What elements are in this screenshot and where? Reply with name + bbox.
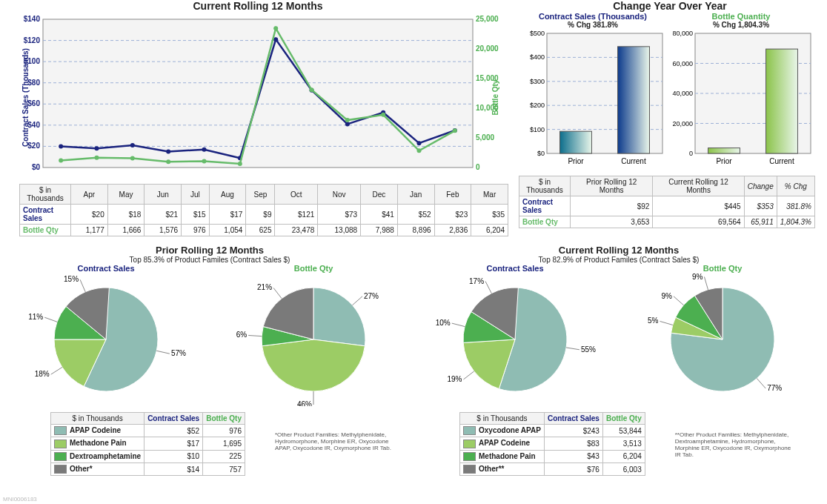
svg-text:0: 0	[689, 150, 693, 157]
svg-line-97	[757, 379, 765, 389]
current-bottle-pie-title: Bottle Qty	[622, 264, 823, 273]
current-footnote: **Other Product Families: Methylphenidat…	[675, 431, 794, 476]
yoy-bottle-chart: 020,00040,00060,00080,000PriorCurrent	[667, 29, 815, 170]
prior-sub: Top 85.3% of Product Familes (Contract S…	[6, 256, 414, 264]
current-panel: Current Rolling 12 Months Top 82.9% of P…	[415, 245, 823, 476]
svg-text:Prior: Prior	[568, 157, 584, 165]
svg-line-81	[353, 296, 363, 305]
current-contract-pie-title: Contract Sales	[415, 264, 615, 273]
svg-line-85	[248, 335, 262, 336]
svg-point-42	[381, 113, 385, 117]
svg-text:$20: $20	[27, 142, 40, 150]
svg-line-73	[156, 351, 170, 354]
svg-rect-56	[560, 131, 592, 153]
svg-text:5%: 5%	[648, 316, 659, 325]
svg-text:18%: 18%	[35, 370, 50, 378]
svg-text:20,000: 20,000	[672, 120, 693, 127]
svg-point-31	[417, 141, 422, 145]
svg-point-37	[202, 159, 207, 164]
yoy-contract-sub: % Chg 381.8%	[519, 21, 667, 29]
yoy-panel: Change Year Over Year Contract Sales (Th…	[519, 0, 821, 228]
current-sub: Top 82.9% of Product Familes (Contract S…	[415, 256, 823, 264]
svg-text:Prior: Prior	[716, 157, 732, 165]
rolling12-panel: Current Rolling 12 Months Contract Sales…	[6, 0, 510, 236]
svg-text:$80: $80	[27, 79, 40, 87]
prior-contract-pie-title: Contract Sales	[6, 264, 206, 273]
prior-contract-pie: 57%18%11%15%	[6, 273, 206, 406]
current-table: $ in ThousandsContract SalesBottle QtyOx…	[459, 412, 645, 476]
svg-text:$400: $400	[530, 53, 545, 61]
svg-point-39	[273, 26, 278, 30]
svg-text:Current: Current	[769, 157, 794, 165]
svg-point-21	[59, 144, 63, 148]
svg-text:27%: 27%	[364, 292, 379, 300]
current-contract-pie: 55%19%10%17%	[415, 273, 615, 406]
svg-point-44	[453, 128, 457, 133]
current-bottle-pie: 77%5%9%9%	[622, 273, 823, 406]
svg-point-23	[130, 143, 135, 147]
svg-text:$60: $60	[27, 99, 40, 107]
svg-text:$200: $200	[530, 102, 545, 109]
current-title: Current Rolling 12 Months	[415, 245, 823, 256]
svg-text:$100: $100	[530, 126, 545, 133]
yoy-table: $ in ThousandsPrior Rolling 12 MonthsCur…	[519, 176, 815, 228]
svg-line-95	[485, 282, 491, 294]
svg-point-34	[95, 156, 99, 160]
svg-text:$40: $40	[27, 121, 40, 129]
rolling12-yright-label: Bottle Qty	[491, 53, 499, 142]
svg-rect-69	[708, 148, 740, 153]
svg-rect-71	[766, 49, 798, 153]
svg-text:9%: 9%	[692, 273, 703, 280]
svg-text:19%: 19%	[447, 375, 462, 383]
svg-text:10%: 10%	[436, 319, 451, 327]
svg-line-79	[80, 279, 85, 292]
svg-text:60,000: 60,000	[672, 60, 693, 67]
svg-text:46%: 46%	[297, 400, 312, 406]
svg-point-40	[310, 87, 314, 92]
svg-line-93	[452, 323, 465, 326]
svg-text:15%: 15%	[64, 275, 79, 283]
svg-point-33	[59, 159, 63, 163]
yoy-contract-chart: $0$100$200$300$400$500PriorCurrent	[519, 29, 667, 170]
svg-text:Current: Current	[621, 157, 646, 165]
svg-text:77%: 77%	[767, 384, 782, 392]
svg-text:57%: 57%	[171, 349, 186, 357]
svg-point-29	[345, 122, 350, 126]
rolling12-table: $ in ThousandsAprMayJunJulAugSepOctNovDe…	[19, 184, 508, 236]
watermark: MNI0006183	[3, 496, 37, 503]
svg-text:$140: $140	[24, 15, 41, 23]
rolling12-yleft-label: Contract Sales (Thousands)	[21, 31, 30, 165]
yoy-contract-title: Contract Sales (Thousands)	[519, 12, 667, 21]
rolling12-chart: $0$20$40$60$80$100$120$14005,00010,00015…	[6, 12, 510, 182]
svg-rect-58	[618, 47, 650, 153]
svg-text:0: 0	[476, 163, 480, 171]
svg-text:21%: 21%	[257, 283, 272, 291]
svg-line-87	[273, 288, 282, 298]
svg-point-25	[202, 147, 207, 152]
svg-text:40,000: 40,000	[672, 90, 693, 97]
svg-text:$0: $0	[537, 150, 545, 157]
svg-text:$0: $0	[32, 163, 41, 171]
svg-text:6%: 6%	[236, 331, 248, 339]
svg-line-99	[660, 321, 672, 325]
yoy-title: Change Year Over Year	[519, 0, 821, 12]
yoy-bottle-sub: % Chg 1,804.3%	[667, 21, 815, 29]
svg-point-38	[238, 162, 242, 166]
svg-point-24	[166, 150, 170, 154]
svg-text:80,000: 80,000	[672, 30, 693, 37]
svg-text:55%: 55%	[581, 345, 596, 354]
svg-line-89	[566, 348, 579, 350]
svg-point-22	[95, 146, 99, 150]
svg-point-36	[166, 159, 170, 164]
svg-point-27	[273, 37, 278, 42]
prior-panel: Prior Rolling 12 Months Top 85.3% of Pro…	[6, 245, 414, 476]
prior-bottle-pie: 27%46%6%21%	[213, 273, 414, 406]
prior-title: Prior Rolling 12 Months	[6, 245, 414, 256]
svg-line-75	[51, 368, 62, 375]
prior-table: $ in ThousandsContract SalesBottle QtyAP…	[50, 412, 245, 476]
yoy-bottle-title: Bottle Quantity	[667, 12, 815, 21]
svg-point-41	[345, 118, 350, 122]
svg-text:$500: $500	[530, 30, 545, 37]
svg-text:11%: 11%	[28, 313, 43, 321]
svg-line-101	[674, 296, 684, 305]
